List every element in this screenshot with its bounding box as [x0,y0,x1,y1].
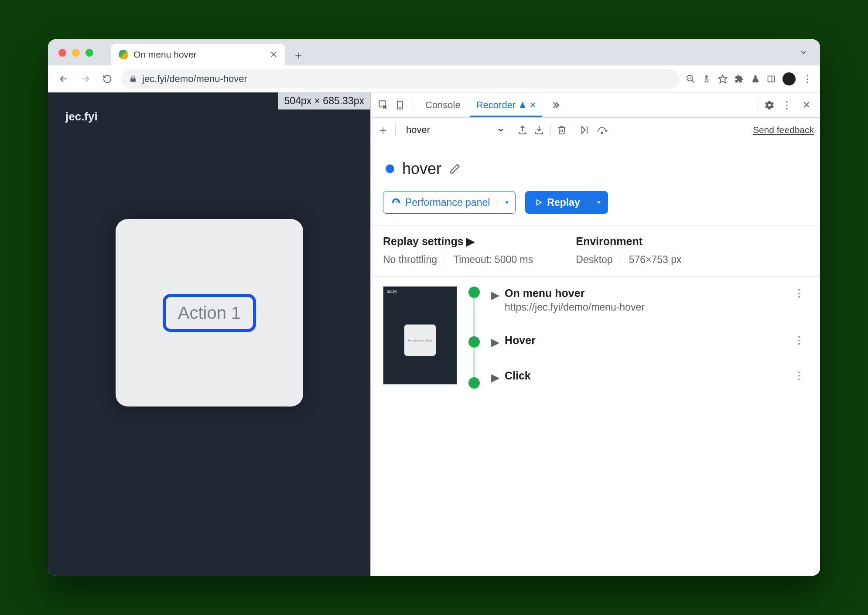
recorder-steps: jec.fyi Hover over this! ▶ On menu h [383,286,808,385]
recording-status-dot [386,164,394,173]
tab-close-button[interactable]: ✕ [270,49,277,60]
nav-forward-button[interactable] [78,71,93,87]
tabs-dropdown-button[interactable] [793,44,814,60]
profile-avatar[interactable] [783,72,796,85]
page-preview: jec.fyi 504px × 685.33px Action 1 [48,92,371,576]
replay-label: Replay [547,197,580,208]
favicon-icon [119,50,128,59]
recording-select-value: hover [406,124,489,136]
browser-toolbar: jec.fyi/demo/menu-hover ⋮ [48,65,820,92]
devtools-panel: Console Recorder ✕ ⋮ ✕ ＋ hover [371,92,820,576]
address-bar-text: jec.fyi/demo/menu-hover [142,73,247,85]
replay-button[interactable]: Replay [525,191,608,214]
svg-marker-15 [505,202,509,204]
export-button[interactable] [517,125,528,135]
svg-rect-6 [768,76,775,82]
page-brand: jec.fyi [65,110,98,123]
replay-settings-heading[interactable]: Replay settings ▶ [383,235,541,248]
devtools-tab-console[interactable]: Console [419,93,467,117]
steps-timeline [468,286,481,385]
side-panel-icon[interactable] [767,75,776,83]
viewport-dimensions-badge: 504px × 685.33px [278,92,370,109]
timeline-node [468,336,480,348]
throttling-value[interactable]: No throttling [383,254,445,266]
chrome-menu-button[interactable]: ⋮ [803,73,812,85]
new-tab-button[interactable]: ＋ [290,46,307,64]
step-title: Hover [505,334,536,347]
timeline-node [468,377,480,389]
devtools-tab-console-label: Console [425,99,461,111]
step-url: https://jec.fyi/demo/menu-hover [505,301,645,313]
address-bar[interactable]: jec.fyi/demo/menu-hover [121,69,680,89]
timeline-node [468,287,480,298]
devtools-settings-icon[interactable] [764,100,775,110]
devtools-menu-icon[interactable]: ⋮ [778,99,796,111]
demo-card: Action 1 [116,219,303,407]
devtools-tab-close[interactable]: ✕ [530,100,536,110]
new-recording-button[interactable]: ＋ [377,122,389,138]
device-mode-icon[interactable] [393,99,407,112]
recorder-step[interactable]: ▶ On menu hover https://jec.fyi/demo/men… [491,287,808,313]
demo-action-button[interactable]: Action 1 [163,294,256,332]
window-zoom-button[interactable] [85,49,93,57]
labs-icon[interactable] [751,75,760,83]
expand-icon: ▶ [466,235,475,248]
performance-panel-button[interactable]: Performance panel [383,191,516,214]
recorder-step[interactable]: ▶ Hover ⋮ [491,334,808,348]
delete-recording-button[interactable] [557,125,567,135]
share-icon[interactable] [702,75,711,83]
timeout-value[interactable]: Timeout: 5000 ms [445,254,541,266]
lock-icon [129,75,137,83]
expand-arrow-icon: ▶ [491,289,499,301]
inspect-element-icon[interactable] [377,99,390,112]
devtools-tab-recorder[interactable]: Recorder ✕ [470,93,542,117]
nav-reload-button[interactable] [99,71,115,87]
step-menu-button[interactable]: ⋮ [794,287,808,299]
step-button[interactable] [579,125,591,135]
recording-select[interactable]: hover [402,123,511,137]
extensions-icon[interactable] [735,74,744,84]
recording-title: hover [402,160,441,178]
gauge-icon [391,198,401,207]
replay-dropdown[interactable] [590,199,608,205]
expand-arrow-icon: ▶ [491,371,499,384]
environment-heading: Environment [576,235,689,248]
recorder-settings: Replay settings ▶ No throttling Timeout:… [383,235,808,266]
devtools-tab-recorder-label: Recorder [476,99,516,111]
svg-marker-16 [537,200,542,205]
step-over-button[interactable] [597,125,608,135]
step-menu-button[interactable]: ⋮ [794,369,808,382]
import-button[interactable] [534,125,544,135]
devtools-tablist: Console Recorder ✕ ⋮ ✕ [371,92,820,118]
recorder-step[interactable]: ▶ Click ⋮ [491,369,808,384]
window-controls [58,49,93,57]
recording-title-row: hover [386,160,808,178]
device-value[interactable]: Desktop [576,254,620,266]
svg-marker-17 [597,202,601,204]
demo-action-label: Action 1 [178,303,241,322]
browser-tabstrip: On menu hover ✕ ＋ [48,39,820,65]
send-feedback-link[interactable]: Send feedback [753,125,814,135]
thumb-brand: jec.fyi [387,289,397,294]
edit-title-button[interactable] [449,163,461,174]
performance-panel-dropdown[interactable] [498,199,515,205]
nav-back-button[interactable] [56,71,72,87]
step-title: On menu hover [505,287,645,300]
performance-panel-label: Performance panel [405,197,490,208]
svg-line-3 [692,80,694,82]
play-icon [535,198,543,206]
step-menu-button[interactable]: ⋮ [794,334,808,346]
svg-marker-5 [719,75,727,82]
step-title: Click [505,369,531,382]
step-thumbnail[interactable]: jec.fyi Hover over this! [383,286,457,385]
browser-tab[interactable]: On menu hover ✕ [111,44,285,65]
more-tabs-icon[interactable] [546,100,565,110]
svg-marker-11 [582,126,585,133]
svg-line-14 [396,201,398,202]
window-minimize-button[interactable] [72,49,80,57]
viewport-value[interactable]: 576×753 px [621,254,690,266]
bookmark-star-icon[interactable] [718,74,728,84]
zoom-icon[interactable] [686,74,695,84]
devtools-close-icon[interactable]: ✕ [799,99,814,111]
window-close-button[interactable] [58,49,66,57]
